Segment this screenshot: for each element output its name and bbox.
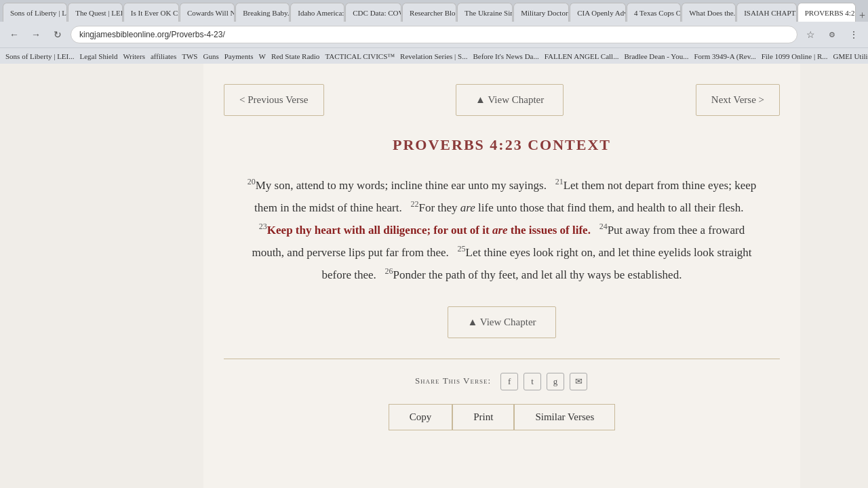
tab-label: PROVERBS 4:21... <box>805 9 856 17</box>
share-section: Share This Verse: f t g ✉ <box>224 373 780 390</box>
back-button[interactable]: ← <box>5 26 23 43</box>
tab-label: CDC Data: COV... <box>353 9 401 17</box>
verse-22-text: For they <box>418 201 457 214</box>
copy-button[interactable]: Copy <box>389 404 453 430</box>
tab-label: Breaking Baby... <box>243 9 290 17</box>
tab-sons-of-liberty[interactable]: Sons of Liberty | LEI... ✕ <box>3 3 67 22</box>
tab-label: Is It Ever OK Cr... <box>131 9 179 17</box>
bookmarks-bar: Sons of Liberty | LEI... Legal Shield Wr… <box>0 47 868 64</box>
address-bar[interactable] <box>71 26 797 43</box>
verse-num-24: 24 <box>599 222 608 231</box>
bookmark-tws[interactable]: TWS <box>182 52 197 60</box>
tab-the-quest[interactable]: The Quest | LEI... ✕ <box>68 3 123 22</box>
verse-23-bold-rest: the issues of life. <box>511 224 591 237</box>
tab-label: Sons of Liberty | LEI... <box>10 9 67 17</box>
tab-cia[interactable]: CIA Openly Adv... ✕ <box>570 3 626 22</box>
tab-label: 4 Texas Cops O... <box>634 9 681 17</box>
tab-label: The Ukraine Sin... <box>465 9 513 17</box>
tab-label: Cowards Will N... <box>187 9 235 17</box>
bookmark-w[interactable]: W <box>258 52 265 60</box>
next-verse-button[interactable]: Next Verse > <box>696 84 780 116</box>
tab-breaking[interactable]: Breaking Baby... ✕ <box>235 3 290 22</box>
forward-button[interactable]: → <box>27 26 45 43</box>
page-content: < Previous Verse ▲ View Chapter Next Ver… <box>0 64 868 488</box>
tab-proverbs-active[interactable]: PROVERBS 4:21... ✕ <box>797 3 856 22</box>
verse-num-22: 22 <box>410 199 418 209</box>
google-share-icon[interactable]: g <box>547 373 564 390</box>
verse-num-20: 20 <box>248 177 256 186</box>
tab-isaiah[interactable]: ISAIAH CHAPTE... ✕ <box>736 3 797 22</box>
email-share-icon[interactable]: ✉ <box>570 373 587 390</box>
extensions-icon[interactable]: ⚙ <box>823 26 841 43</box>
tab-cowards[interactable]: Cowards Will N... ✕ <box>180 3 235 22</box>
bookmark-red-state-radio[interactable]: Red State Radio <box>271 52 320 60</box>
verse-num-26: 26 <box>385 266 393 276</box>
verse-22-rest: life unto those that find them, and heal… <box>478 201 743 214</box>
bookmark-guns[interactable]: Guns <box>203 52 218 60</box>
divider <box>224 359 780 359</box>
tab-label: Military Doctor:... <box>521 9 569 17</box>
verse-20-text: My son, attend to my words; incline thin… <box>256 179 547 192</box>
tab-label: CIA Openly Adv... <box>577 9 626 17</box>
previous-verse-button[interactable]: < Previous Verse <box>224 84 324 116</box>
tab-researcher[interactable]: Researcher Blo... ✕ <box>402 3 456 22</box>
verse-23-bold-italic: are <box>492 224 508 237</box>
tab-label: ISAIAH CHAPTE... <box>744 9 797 17</box>
bookmark-legal-shield[interactable]: Legal Shield <box>80 52 118 60</box>
view-chapter-button-bottom[interactable]: ▲ View Chapter <box>448 306 555 338</box>
bookmark-form-3949[interactable]: Form 3949-A (Rev... <box>694 52 755 60</box>
bookmark-bradlee-dean[interactable]: Bradlee Dean - You... <box>624 52 688 60</box>
twitter-share-icon[interactable]: t <box>524 373 541 390</box>
bookmark-before-its-news[interactable]: Before It's News Da... <box>473 52 538 60</box>
view-chapter-bottom-container: ▲ View Chapter <box>224 306 780 338</box>
sidebar-left <box>68 64 203 488</box>
bookmark-file-1099[interactable]: File 1099 Online | R... <box>762 52 828 60</box>
tab-what-does[interactable]: What Does the... ✕ <box>682 3 736 22</box>
bookmark-star-icon[interactable]: ☆ <box>802 26 819 43</box>
bookmark-payments[interactable]: Payments <box>224 52 254 60</box>
bookmark-tactical-civics[interactable]: TACTICAL CIVICS™ <box>325 52 395 60</box>
bookmark-revelation-series[interactable]: Revelation Series | S... <box>400 52 467 60</box>
verse-23-bold: Keep thy heart with all diligence; for o… <box>267 224 490 237</box>
tab-idaho[interactable]: Idaho America:... ✕ <box>290 3 344 22</box>
similar-verses-button[interactable]: Similar Verses <box>514 404 615 430</box>
browser-toolbar: ← → ↻ ☆ ⚙ ⋮ <box>0 22 868 47</box>
tab-ukraine[interactable]: The Ukraine Sin... ✕ <box>457 3 513 22</box>
facebook-share-icon[interactable]: f <box>500 373 518 390</box>
tab-is-it-ever[interactable]: Is It Ever OK Cr... ✕ <box>123 3 179 22</box>
refresh-button[interactable]: ↻ <box>49 26 66 43</box>
share-label: Share This Verse: <box>415 375 491 386</box>
tab-label: Researcher Blo... <box>410 9 456 17</box>
verse-navigation: < Previous Verse ▲ View Chapter Next Ver… <box>224 84 780 116</box>
bookmark-sons-of-liberty[interactable]: Sons of Liberty | LEI... <box>5 52 75 60</box>
browser-window: Sons of Liberty | LEI... ✕ The Quest | L… <box>0 0 868 488</box>
tab-label: The Quest | LEI... <box>75 9 123 17</box>
print-button[interactable]: Print <box>452 404 514 430</box>
verse-num-23: 23 <box>259 222 267 231</box>
browser-tabs: Sons of Liberty | LEI... ✕ The Quest | L… <box>0 0 868 22</box>
verse-22-italic: are <box>460 201 475 214</box>
tab-label: What Does the... <box>689 9 736 17</box>
menu-icon[interactable]: ⋮ <box>845 26 863 43</box>
verse-num-21: 21 <box>555 177 564 186</box>
scripture-text: 20My son, attend to my words; incline th… <box>244 174 760 286</box>
passage-title: PROVERBS 4:23 CONTEXT <box>224 136 780 154</box>
tab-cdc[interactable]: CDC Data: COV... ✕ <box>345 3 401 22</box>
bookmark-affiliates[interactable]: affiliates <box>151 52 176 60</box>
tab-military[interactable]: Military Doctor:... ✕ <box>513 3 569 22</box>
bookmark-fallen-angel[interactable]: FALLEN ANGEL Call... <box>545 52 619 60</box>
tab-texas-cops[interactable]: 4 Texas Cops O... ✕ <box>627 3 681 22</box>
view-chapter-button-top[interactable]: ▲ View Chapter <box>456 84 564 116</box>
bookmark-gmei[interactable]: GMEI Utility <box>833 52 868 60</box>
main-content: < Previous Verse ▲ View Chapter Next Ver… <box>203 64 800 488</box>
verse-num-25: 25 <box>458 244 466 253</box>
bookmark-writers[interactable]: Writers <box>123 52 145 60</box>
action-buttons: Copy Print Similar Verses <box>224 404 780 430</box>
verse-26-text: Ponder the path of thy feet, and let all… <box>393 268 682 281</box>
tab-label: Idaho America:... <box>298 9 344 17</box>
new-tab-icon[interactable]: + <box>859 9 865 22</box>
